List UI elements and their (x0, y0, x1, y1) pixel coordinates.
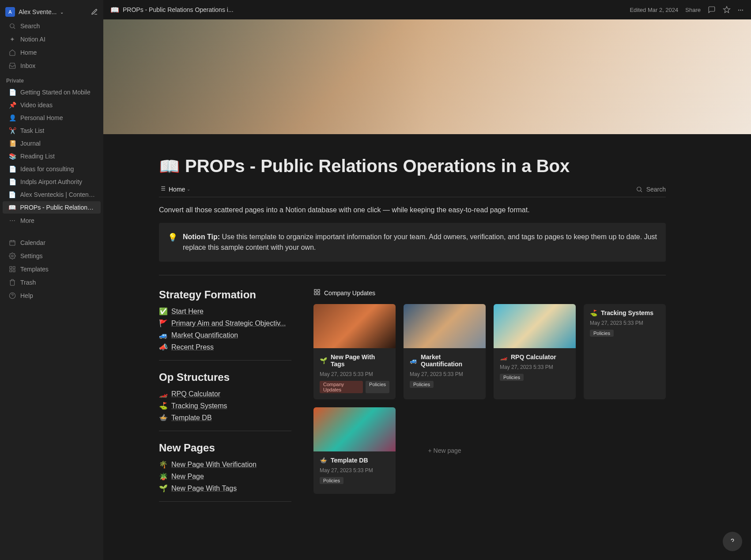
card-thumbnail (494, 304, 576, 348)
svg-point-2 (11, 255, 13, 257)
callout[interactable]: 💡 Notion Tip: Use this template to organ… (159, 223, 666, 262)
card-tags: Policies (410, 381, 479, 388)
workspace-switcher[interactable]: A Alex Svente... ⌄ (0, 4, 103, 19)
page-emoji-icon: 🌴 (159, 460, 168, 469)
page-title[interactable]: PROPs - Public Relations Operations in a… (185, 156, 570, 176)
sidebar-item-templates[interactable]: Templates (3, 263, 101, 275)
sidebar-item-label: Journal (20, 140, 41, 147)
sidebar-item-ai[interactable]: ✦ Notion AI (3, 33, 101, 45)
card-tags: Policies (590, 330, 660, 337)
sidebar-item-home[interactable]: Home (3, 46, 101, 59)
inbox-icon (8, 62, 17, 69)
sidebar: A Alex Svente... ⌄ Search ✦ Notion AI Ho… (0, 0, 103, 560)
section-heading[interactable]: New Pages (159, 442, 291, 454)
page-link-label: Tracking Systems (171, 402, 227, 410)
sidebar-page-item[interactable]: 📖PROPs - Public Relations ... (3, 201, 101, 214)
breadcrumb[interactable]: 📖 PROPs - Public Relations Operations i.… (110, 6, 234, 14)
page-emoji-icon: 🌱 (159, 484, 168, 492)
svg-rect-11 (314, 293, 317, 295)
page-link[interactable]: 🪴New Page (159, 470, 291, 482)
sidebar-item-settings[interactable]: Settings (3, 250, 101, 262)
page-link[interactable]: 🌱New Page With Tags (159, 482, 291, 494)
gallery-view-tab[interactable]: Company Updates (313, 289, 666, 297)
sidebar-item-label: Inbox (20, 62, 35, 69)
page-emoji-icon: ✅ (159, 307, 168, 316)
sidebar-page-item[interactable]: ✂️Task List (3, 124, 101, 137)
more-icon: ⋯ (8, 217, 17, 224)
sidebar-item-label: Settings (20, 252, 43, 259)
section-heading[interactable]: Op Structures (159, 371, 291, 383)
search-icon[interactable] (636, 186, 643, 193)
page-link[interactable]: 🚩Primary Aim and Strategic Objectiv... (159, 317, 291, 329)
svg-rect-1 (10, 241, 15, 245)
gallery-card[interactable]: ⛳Tracking Systems May 27, 2023 5:33 PM P… (584, 304, 666, 399)
divider (159, 360, 291, 361)
sidebar-item-calendar[interactable]: Calendar (3, 237, 101, 249)
sidebar-page-item[interactable]: 👤Personal Home (3, 112, 101, 124)
cover-image[interactable] (103, 19, 751, 134)
gallery-card[interactable]: 🚙Market Quantification May 27, 2023 5:33… (404, 304, 486, 399)
page-icon[interactable]: 📖 (159, 157, 180, 176)
sidebar-page-item[interactable]: 📄Getting Started on Mobile (3, 86, 101, 98)
card-emoji-icon: 🚙 (410, 357, 417, 364)
callout-body: Notion Tip: Use this template to organiz… (183, 232, 657, 253)
page-link[interactable]: 🌴New Page With Verification (159, 459, 291, 470)
page-link-label: Market Quantification (171, 331, 238, 339)
list-icon (159, 185, 166, 193)
sidebar-page-item[interactable]: 📄Indpls Airport Authority (3, 176, 101, 188)
sidebar-page-item[interactable]: 📔Journal (3, 137, 101, 150)
sidebar-item-label: Getting Started on Mobile (20, 89, 91, 96)
page-emoji-icon: ⛳ (159, 402, 168, 410)
gear-icon (8, 252, 17, 259)
breadcrumb-title: PROPs - Public Relations Operations i... (123, 6, 234, 13)
compose-icon[interactable] (91, 8, 98, 15)
gallery-card[interactable]: 🍲Template DB May 27, 2023 5:33 PM Polici… (313, 407, 396, 494)
view-tab-home[interactable]: Home ⌄ (159, 185, 190, 193)
sidebar-item-inbox[interactable]: Inbox (3, 60, 101, 72)
page-icon: 📌 (8, 101, 17, 109)
page-emoji-icon: 🚩 (159, 319, 168, 327)
sidebar-item-search[interactable]: Search (3, 20, 101, 32)
question-icon (728, 537, 737, 546)
page-link[interactable]: 🚙Market Quantification (159, 329, 291, 341)
lightbulb-icon: 💡 (168, 232, 177, 253)
page-link[interactable]: 🏎️RPQ Calculator (159, 388, 291, 400)
section-heading[interactable]: Strategy Formation (159, 289, 291, 301)
card-tags: Policies (500, 374, 570, 381)
sidebar-page-item[interactable]: 📌Video ideas (3, 99, 101, 111)
sidebar-section-label: Private (0, 72, 103, 86)
sidebar-item-more[interactable]: ⋯ More (3, 214, 101, 227)
page-icon: 📔 (8, 140, 17, 147)
intro-text[interactable]: Convert all those scattered pages into a… (159, 206, 666, 214)
card-title: New Page With Tags (331, 353, 389, 368)
divider (159, 275, 666, 275)
sections-column: Strategy Formation✅Start Here🚩Primary Ai… (159, 289, 291, 512)
page-link[interactable]: 📣Recent Press (159, 341, 291, 353)
page-link[interactable]: ⛳Tracking Systems (159, 400, 291, 412)
new-page-card[interactable]: + New page (404, 407, 486, 494)
sidebar-page-item[interactable]: 📄Ideas for consulting (3, 163, 101, 175)
home-icon (8, 49, 17, 56)
sidebar-item-help[interactable]: Help (3, 289, 101, 302)
gallery-card[interactable]: 🏎️RPQ Calculator May 27, 2023 5:33 PM Po… (494, 304, 576, 399)
search-label[interactable]: Search (646, 186, 666, 193)
share-button[interactable]: Share (685, 7, 701, 13)
card-thumbnail (404, 304, 486, 348)
star-icon[interactable] (723, 6, 731, 14)
gallery-card[interactable]: 🌱New Page With Tags May 27, 2023 5:33 PM… (313, 304, 396, 399)
sidebar-item-trash[interactable]: Trash (3, 276, 101, 289)
help-icon (8, 292, 17, 299)
help-float-button[interactable] (723, 532, 742, 551)
page-link[interactable]: ✅Start Here (159, 305, 291, 317)
page-icon: 📄 (8, 165, 17, 173)
card-emoji-icon: 🌱 (320, 357, 327, 364)
more-icon[interactable]: ⋯ (738, 7, 744, 13)
sidebar-page-item[interactable]: 📄Alex Sventeckis | Content ... (3, 188, 101, 201)
page-icon: 👤 (8, 114, 17, 121)
page-emoji-icon: 🍲 (159, 413, 168, 422)
gallery-icon (313, 289, 321, 297)
page-link[interactable]: 🍲Template DB (159, 412, 291, 424)
comments-icon[interactable] (708, 6, 716, 14)
card-emoji-icon: 🏎️ (500, 353, 507, 361)
sidebar-page-item[interactable]: 📚Reading List (3, 150, 101, 162)
